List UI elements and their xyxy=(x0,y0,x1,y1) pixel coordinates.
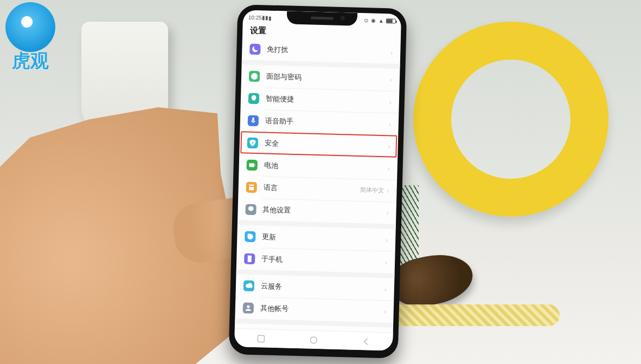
lang-icon xyxy=(246,181,257,193)
settings-row-dnd[interactable]: 免打扰› xyxy=(242,37,401,64)
shield-icon xyxy=(247,137,259,148)
settings-row-other[interactable]: 其他设置› xyxy=(238,198,396,224)
update-icon xyxy=(245,231,256,242)
battery-icon xyxy=(247,159,258,171)
alarm-icon: ⊙ xyxy=(363,17,369,23)
moon-icon xyxy=(249,43,261,55)
chevron-right-icon: › xyxy=(387,165,389,172)
chevron-right-icon: › xyxy=(384,285,387,293)
signal-icon: ▮▮▮ xyxy=(262,15,267,21)
gear-icon xyxy=(245,204,257,215)
cloud-icon xyxy=(243,280,255,291)
phone-icon xyxy=(244,253,255,264)
settings-row-value: 简体中文 xyxy=(360,186,383,194)
chevron-right-icon: › xyxy=(386,236,388,244)
settings-row-label: 电池 xyxy=(264,160,388,173)
settings-row-label: 安全 xyxy=(265,138,388,151)
settings-row-label: 语言 xyxy=(263,183,360,195)
chevron-right-icon: › xyxy=(390,76,392,83)
status-time: 10:25 xyxy=(248,14,262,21)
display-notch xyxy=(287,11,358,25)
chevron-right-icon: › xyxy=(386,209,388,217)
chevron-right-icon: › xyxy=(387,187,389,194)
svg-point-1 xyxy=(310,336,317,343)
chevron-right-icon: › xyxy=(390,49,393,56)
mic-icon xyxy=(248,115,259,126)
watermark-text: 虎观 xyxy=(12,49,49,74)
settings-row-label: 免打扰 xyxy=(267,44,390,57)
vibrate-icon: ◉ xyxy=(371,17,376,23)
svg-rect-0 xyxy=(258,335,264,342)
settings-row-label: 语音助手 xyxy=(265,116,389,129)
background-tinsel xyxy=(386,304,560,326)
chevron-right-icon: › xyxy=(384,308,386,315)
settings-row-label: 其他设置 xyxy=(262,205,386,218)
phone-frame: 10:25 ▮▮▮ ⊙ ◉ ▲ 设置 免打扰›面部与密码›智能便捷›语音助手›安… xyxy=(229,4,407,359)
nav-back-button[interactable] xyxy=(361,336,371,346)
watermark: 虎观 xyxy=(5,2,55,74)
settings-row-label: 其他帐号 xyxy=(260,303,384,316)
settings-row-label: 云服务 xyxy=(261,281,384,294)
settings-list: 免打扰›面部与密码›智能便捷›语音助手›安全›电池›语言简体中文›其他设置›更新… xyxy=(234,37,401,349)
settings-row-about[interactable]: 于手机› xyxy=(236,247,395,274)
battery-icon xyxy=(386,18,396,23)
bulb-icon xyxy=(248,93,260,104)
settings-row-label: 面部与密码 xyxy=(266,72,390,84)
wifi-icon: ▲ xyxy=(379,17,384,23)
chevron-right-icon: › xyxy=(385,258,387,266)
nav-home-button[interactable] xyxy=(309,335,318,344)
face-icon xyxy=(249,70,260,82)
settings-row-label: 更新 xyxy=(262,232,386,245)
nav-recent-button[interactable] xyxy=(256,334,266,343)
android-nav-bar xyxy=(234,328,393,351)
settings-row-label: 于手机 xyxy=(261,254,385,267)
chevron-right-icon: › xyxy=(389,120,391,128)
settings-row-label: 智能便捷 xyxy=(266,94,389,107)
chevron-right-icon: › xyxy=(388,142,390,150)
settings-row-accounts[interactable]: 其他帐号› xyxy=(235,296,394,323)
person-icon xyxy=(243,302,254,314)
chevron-right-icon: › xyxy=(389,98,392,106)
watermark-logo-icon xyxy=(5,2,55,52)
phone-screen: 10:25 ▮▮▮ ⊙ ◉ ▲ 设置 免打扰›面部与密码›智能便捷›语音助手›安… xyxy=(234,10,401,350)
